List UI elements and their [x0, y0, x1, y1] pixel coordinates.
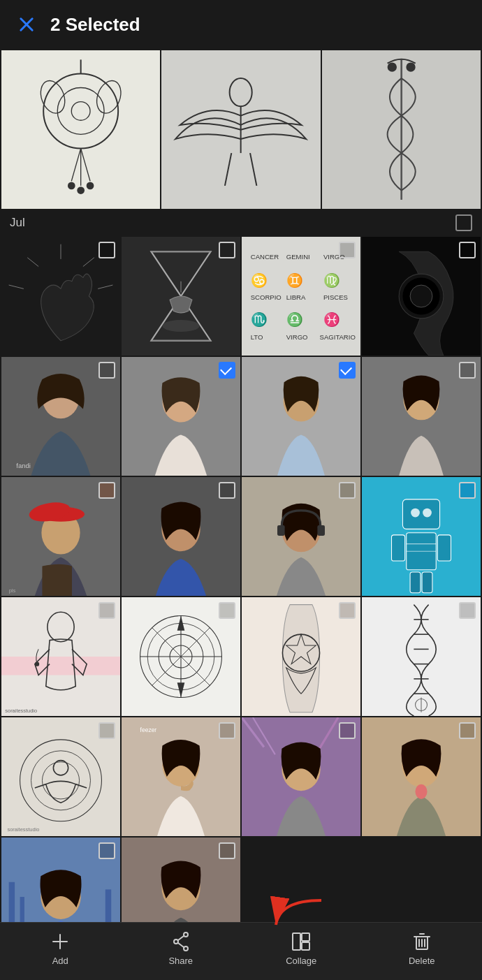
svg-text:VIRGO: VIRGO: [286, 333, 308, 341]
svg-text:LIBRA: LIBRA: [286, 294, 306, 302]
svg-line-17: [250, 153, 256, 186]
photo-cell-r2c2[interactable]: [122, 357, 240, 476]
svg-rect-75: [437, 535, 451, 561]
checkbox-r1c3[interactable]: [339, 242, 356, 258]
section-select-all-checkbox[interactable]: [455, 214, 472, 231]
photo-cell-r4c4[interactable]: [362, 597, 481, 716]
checkbox-r5c2[interactable]: [219, 722, 235, 739]
svg-point-13: [92, 78, 125, 117]
checkbox-r3c3[interactable]: [339, 482, 356, 499]
svg-point-78: [411, 509, 420, 518]
close-button[interactable]: [13, 10, 41, 38]
checkbox-r2c4[interactable]: [459, 362, 476, 379]
checkbox-r4c4[interactable]: [459, 602, 476, 619]
photo-cell-r4c3[interactable]: [242, 597, 360, 716]
svg-text:♓: ♓: [323, 312, 340, 328]
photo-cell-r2c4[interactable]: [362, 357, 481, 476]
svg-rect-74: [392, 535, 405, 561]
checkbox-r5c1[interactable]: [98, 722, 115, 739]
checkbox-r5c4[interactable]: [459, 722, 476, 739]
svg-point-19: [387, 62, 396, 71]
photo-grid: CANCER GEMINI VIRGO ♋ ♊ ♍ SCORPIO LIBRA …: [0, 237, 482, 956]
photo-cell-top-2[interactable]: [161, 50, 320, 209]
svg-text:feezer: feezer: [140, 727, 157, 734]
photo-cell-r3c3[interactable]: [242, 477, 360, 596]
svg-text:CANCER: CANCER: [251, 253, 279, 261]
header: 2 Selected: [0, 0, 482, 49]
photo-cell-top-3[interactable]: [322, 50, 481, 209]
photo-cell-r3c4[interactable]: [362, 477, 481, 596]
svg-text:♎: ♎: [286, 312, 303, 328]
checkbox-r4c1[interactable]: [98, 602, 115, 619]
svg-rect-83: [1, 657, 120, 675]
photo-cell-r3c1[interactable]: pls: [1, 477, 120, 596]
add-label: Add: [52, 956, 68, 966]
photo-cell-r2c1[interactable]: fandi: [1, 357, 120, 476]
svg-point-12: [36, 78, 69, 117]
add-button[interactable]: Add: [32, 931, 88, 966]
checkbox-r4c3[interactable]: [339, 602, 356, 619]
svg-point-2: [43, 73, 118, 148]
svg-text:♊: ♊: [286, 272, 303, 288]
photo-cell-r3c2[interactable]: [122, 477, 240, 596]
checkbox-r1c2[interactable]: [219, 242, 235, 258]
share-button[interactable]: Share: [153, 931, 209, 966]
photo-cell-r5c4[interactable]: [362, 717, 481, 836]
checkbox-r6c1[interactable]: [98, 842, 115, 859]
svg-text:GEMINI: GEMINI: [286, 253, 310, 261]
section-header-jul: Jul: [0, 209, 482, 237]
svg-point-9: [68, 182, 75, 190]
delete-button[interactable]: Delete: [394, 931, 450, 966]
red-arrow-indicator: [265, 893, 335, 938]
svg-point-49: [410, 285, 432, 307]
svg-rect-72: [402, 499, 439, 529]
svg-rect-76: [410, 572, 421, 593]
photo-cell-r1c4[interactable]: [362, 237, 481, 356]
svg-rect-143: [302, 942, 309, 950]
photo-cell-r5c3[interactable]: [242, 717, 360, 836]
selected-count: 2 Selected: [50, 14, 140, 36]
svg-text:SAGITARIO: SAGITARIO: [320, 333, 356, 341]
checkbox-r3c4[interactable]: [459, 482, 476, 499]
checkbox-r1c4[interactable]: [459, 242, 476, 258]
checkbox-r1c1[interactable]: [98, 242, 115, 258]
photo-cell-r4c1[interactable]: soraitesstudio: [1, 597, 120, 716]
checkbox-r2c1[interactable]: [98, 362, 115, 379]
delete-label: Delete: [409, 956, 435, 966]
photo-cell-r1c2[interactable]: [122, 237, 240, 356]
svg-line-139: [178, 936, 184, 940]
svg-point-125: [416, 784, 428, 799]
svg-point-29: [162, 320, 199, 332]
svg-text:fandi: fandi: [16, 462, 31, 470]
bottom-toolbar: Add Share Collage Delete: [0, 922, 482, 980]
svg-point-3: [57, 87, 104, 134]
checkbox-r3c2[interactable]: [219, 482, 235, 499]
svg-text:♏: ♏: [251, 312, 268, 328]
photo-cell-r1c1[interactable]: [1, 237, 120, 356]
svg-point-4: [71, 102, 90, 121]
collage-label: Collage: [286, 956, 316, 966]
top-image-row: [0, 49, 482, 209]
svg-rect-77: [422, 572, 432, 593]
checkbox-r2c3[interactable]: [339, 362, 356, 379]
svg-text:LTO: LTO: [251, 333, 263, 341]
svg-point-10: [87, 182, 94, 190]
photo-cell-r2c3[interactable]: [242, 357, 360, 476]
svg-line-16: [225, 153, 231, 186]
svg-text:♋: ♋: [251, 272, 268, 288]
checkbox-r6c2[interactable]: [219, 842, 235, 859]
checkbox-r3c1[interactable]: [98, 482, 115, 499]
photo-cell-r1c3[interactable]: CANCER GEMINI VIRGO ♋ ♊ ♍ SCORPIO LIBRA …: [242, 237, 360, 356]
svg-text:pls: pls: [9, 587, 16, 594]
photo-cell-r5c1[interactable]: soraitesstudio: [1, 717, 120, 836]
svg-line-6: [71, 148, 80, 181]
svg-text:♍: ♍: [323, 272, 340, 288]
checkbox-r5c3[interactable]: [339, 722, 356, 739]
checkbox-r4c2[interactable]: [219, 602, 235, 619]
svg-text:soraitesstudio: soraitesstudio: [8, 826, 40, 833]
checkbox-r2c2[interactable]: [219, 362, 235, 379]
photo-cell-r4c2[interactable]: [122, 597, 240, 716]
photo-cell-top-1[interactable]: [1, 50, 160, 209]
svg-point-20: [406, 62, 415, 71]
photo-cell-r5c2[interactable]: feezer: [122, 717, 240, 836]
